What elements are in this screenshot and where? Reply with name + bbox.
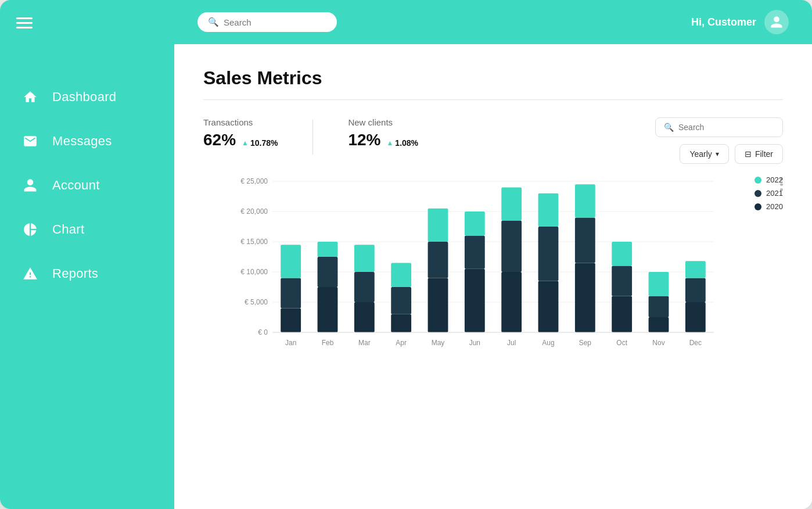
- svg-rect-12: [281, 308, 301, 332]
- chart-search-box[interactable]: 🔍: [655, 117, 783, 137]
- search-icon-top: 🔍: [208, 17, 219, 27]
- svg-text:€ 20,000: € 20,000: [240, 207, 268, 216]
- svg-rect-45: [575, 217, 595, 263]
- search-box-top[interactable]: 🔍: [197, 12, 337, 32]
- metric-new-clients-pct: 12%: [348, 131, 380, 149]
- metric-new-clients-values: 12% ▲ 1.08%: [348, 131, 418, 149]
- svg-rect-30: [428, 209, 448, 242]
- legend-dot-2022: [754, 177, 761, 184]
- svg-text:Jul: Jul: [507, 339, 516, 347]
- search-input-top[interactable]: [224, 17, 326, 27]
- svg-rect-28: [428, 278, 448, 332]
- svg-rect-48: [612, 296, 632, 332]
- svg-rect-42: [538, 193, 559, 227]
- svg-rect-24: [391, 314, 411, 332]
- greeting-text: Hi, Customer: [691, 16, 756, 28]
- chart-area: 2022 2021 2020 € 0€ 5,000€ 10,000€ 15,00…: [203, 175, 783, 358]
- sidebar-item-messages[interactable]: Messages: [0, 119, 174, 163]
- metric-transactions-values: 62% ▲ 10.78%: [203, 131, 278, 149]
- sidebar-item-account-label: Account: [52, 178, 100, 193]
- svg-rect-38: [501, 187, 522, 220]
- hamburger-menu[interactable]: [16, 17, 33, 28]
- svg-text:Dec: Dec: [689, 339, 702, 347]
- warning-icon: [21, 264, 39, 283]
- topbar: 🔍 Hi, Customer: [174, 0, 812, 44]
- user-icon: [21, 176, 39, 195]
- metric-new-clients: New clients 12% ▲ 1.08%: [348, 117, 418, 149]
- sidebar-item-chart[interactable]: Chart: [0, 207, 174, 252]
- svg-rect-18: [318, 242, 338, 257]
- svg-rect-53: [649, 296, 669, 317]
- svg-text:Oct: Oct: [616, 339, 627, 347]
- yearly-label: Yearly: [689, 149, 712, 159]
- svg-rect-20: [354, 302, 375, 332]
- svg-rect-25: [391, 287, 411, 314]
- pie-icon: [21, 220, 39, 239]
- svg-rect-41: [538, 227, 559, 281]
- svg-text:€ 0: € 0: [258, 328, 268, 336]
- legend-label-2020: 2020: [766, 202, 783, 211]
- metric-transactions: Transactions 62% ▲ 10.78%: [203, 117, 278, 149]
- chart-search-input[interactable]: [678, 123, 774, 132]
- sidebar-item-reports[interactable]: Reports: [0, 252, 174, 296]
- svg-rect-13: [281, 278, 301, 308]
- svg-text:€ 5,000: € 5,000: [245, 298, 268, 306]
- chart-legend: 2022 2021 2020: [754, 175, 783, 211]
- metric-transactions-change: ▲ 10.78%: [242, 138, 278, 148]
- metric-transactions-pct: 62%: [203, 131, 236, 149]
- chevron-down-icon: ▾: [716, 150, 719, 158]
- svg-rect-22: [354, 245, 375, 272]
- sidebar-item-account[interactable]: Account: [0, 163, 174, 207]
- svg-text:€ 10,000: € 10,000: [240, 268, 268, 276]
- svg-rect-26: [391, 263, 411, 287]
- divider: [203, 99, 783, 100]
- svg-rect-16: [318, 287, 338, 332]
- metric-transactions-label: Transactions: [203, 117, 278, 127]
- sidebar-item-messages-label: Messages: [52, 134, 112, 149]
- svg-rect-34: [465, 212, 485, 236]
- svg-text:€ 25,000: € 25,000: [240, 177, 268, 185]
- svg-rect-54: [649, 272, 669, 296]
- svg-rect-58: [685, 261, 706, 278]
- content-area: Sales Metrics Transactions 62% ▲ 10.78%: [174, 44, 812, 509]
- user-section: Hi, Customer: [691, 10, 789, 34]
- metrics-row: Transactions 62% ▲ 10.78% New clients 12…: [203, 117, 783, 164]
- metric-new-clients-label: New clients: [348, 117, 418, 127]
- search-filter-controls: 🔍 Yearly ▾ ⊟ Filter: [655, 117, 783, 164]
- legend-2020: 2020: [754, 202, 783, 211]
- legend-dot-2021: [754, 190, 761, 197]
- svg-rect-57: [685, 278, 706, 302]
- legend-label-2021: 2021: [766, 189, 783, 198]
- svg-rect-56: [685, 302, 706, 332]
- arrow-up-icon: ▲: [242, 139, 249, 147]
- arrow-up-icon-2: ▲: [386, 139, 393, 147]
- bar-chart: € 0€ 5,000€ 10,000€ 15,000€ 20,000€ 25,0…: [203, 175, 783, 356]
- filter-icon: ⊟: [745, 149, 752, 159]
- sidebar-item-dashboard[interactable]: Dashboard: [0, 75, 174, 119]
- svg-rect-36: [501, 272, 522, 332]
- svg-rect-33: [465, 236, 485, 269]
- avatar[interactable]: [764, 10, 789, 34]
- svg-text:Nov: Nov: [652, 339, 664, 347]
- metric-new-clients-change: ▲ 1.08%: [386, 138, 418, 148]
- svg-rect-21: [354, 272, 375, 302]
- sidebar: Dashboard Messages Account: [0, 0, 174, 509]
- svg-text:Sep: Sep: [579, 339, 592, 347]
- sidebar-header: [0, 0, 174, 40]
- legend-2022: 2022: [754, 175, 783, 184]
- svg-rect-32: [465, 269, 485, 332]
- sidebar-item-chart-label: Chart: [52, 222, 84, 237]
- svg-rect-46: [575, 184, 595, 217]
- svg-text:Jun: Jun: [469, 339, 480, 347]
- page-title: Sales Metrics: [203, 67, 783, 89]
- filter-button[interactable]: ⊟ Filter: [735, 144, 783, 164]
- sidebar-item-dashboard-label: Dashboard: [52, 89, 116, 105]
- legend-dot-2020: [754, 203, 761, 210]
- svg-rect-37: [501, 221, 522, 272]
- svg-rect-52: [649, 317, 669, 332]
- svg-rect-14: [281, 245, 301, 278]
- home-icon: [21, 88, 39, 106]
- metric-separator: [312, 120, 313, 155]
- yearly-dropdown[interactable]: Yearly ▾: [680, 144, 728, 164]
- sidebar-item-reports-label: Reports: [52, 266, 98, 281]
